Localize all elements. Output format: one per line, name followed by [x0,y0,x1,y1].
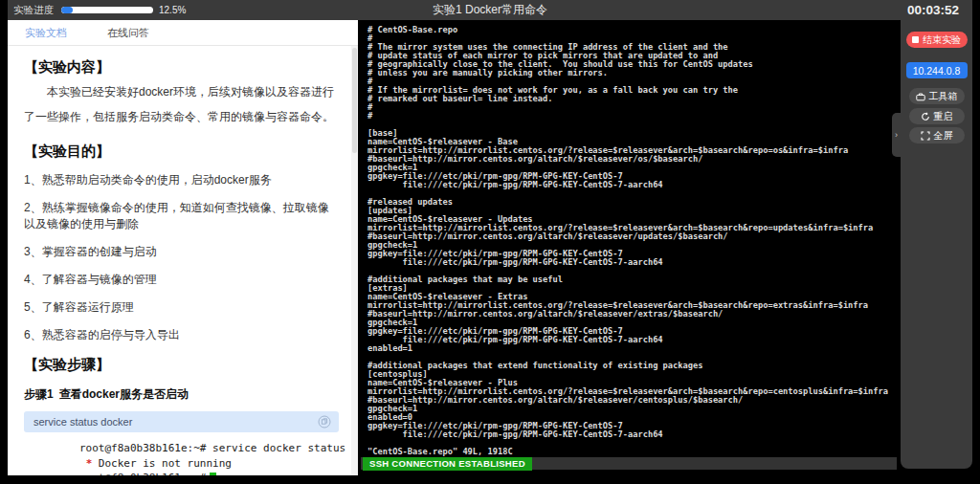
top-bar: 实验进度 12.5% 实验1 Docker常用命令 00:03:52 [8,0,972,20]
fullscreen-icon [921,131,930,141]
doc-tabbar: 实验文档 在线问答 [8,20,358,46]
doc-scrollbar[interactable] [351,46,358,475]
restart-icon [921,112,930,121]
step1-label: 步骤1 [24,387,54,401]
shot-line2: Docker is not running [92,457,232,470]
timer: 00:03:52 [907,3,972,17]
progress-percent: 12.5% [159,5,186,15]
tab-experiment-doc[interactable]: 实验文档 [25,26,67,40]
chevron-right-icon: › [895,130,898,140]
progress-label: 实验进度 [13,4,54,17]
ssh-status-badge: SSH CONNECTION ESTABLISHED [363,457,532,471]
experiment-doc-panel: 实验文档 在线问答 【实验内容】 本实验已经安装好docker环境，后续对镜像以… [8,20,358,475]
stop-icon [912,36,919,43]
progress-fill [61,7,73,13]
control-sidebar: › 结束实验 10.244.0.8 工具箱 重启 全屏 [901,20,972,469]
purpose-item: 2、熟练掌握镜像命令的使用，知道如何查找镜像、拉取镜像以及镜像的使用与删除 [24,200,339,232]
purpose-item: 6、熟悉容器的启停与导入导出 [24,327,339,343]
step1-title: 查看docker服务是否启动 [59,387,189,401]
fullscreen-label: 全屏 [934,129,953,143]
content-paragraph: 本实验已经安装好docker环境，后续对镜像以及容器进行了一些操作，包括服务启动… [24,80,339,130]
sidebar-collapse-handle[interactable]: › [892,113,901,157]
restart-label: 重启 [934,110,953,123]
code-snippet-block[interactable]: service status docker [24,411,339,432]
terminal-output: # CentOS-Base.repo # # The mirror system… [361,20,897,456]
shot-line1: root@f8a0b38b161e:~# service docker stat… [79,442,345,454]
purpose-heading: 【实验目的】 [24,143,339,161]
purpose-item: 1、熟悉帮助启动类命令的使用，启动docker服务 [24,172,339,188]
step1-heading: 步骤1查看docker服务是否启动 [24,386,339,403]
doc-scrollbar-thumb[interactable] [352,48,357,153]
purpose-item: 4、了解容器与镜像的管理 [24,272,339,288]
shot-line3: root@f8a0b38b161e:~# [79,472,206,475]
tab-online-qa[interactable]: 在线问答 [107,26,149,40]
doc-content: 【实验内容】 本实验已经安装好docker环境，后续对镜像以及容器进行了一些操作… [8,58,358,475]
toolbox-button[interactable]: 工具箱 [909,88,965,104]
ip-address-label: 10.244.0.8 [913,65,961,77]
end-experiment-label: 结束实验 [923,33,961,47]
purpose-item: 3、掌握容器的创建与启动 [24,244,339,260]
fullscreen-button[interactable]: 全屏 [909,127,965,143]
code-snippet-text: service status docker [33,416,132,428]
ssh-terminal[interactable]: # CentOS-Base.repo # # The mirror system… [361,20,897,457]
end-experiment-button[interactable]: 结束实验 [906,32,968,48]
content-heading: 【实验内容】 [24,58,339,77]
shot-cursor [210,473,216,475]
terminal-status-bar: SSH CONNECTION ESTABLISHED [361,457,897,470]
purpose-item: 5、了解容器运行原理 [24,299,339,316]
copy-icon[interactable] [318,415,331,429]
toolbox-icon [916,92,925,101]
toolbox-label: 工具箱 [929,90,958,103]
ip-address-button[interactable]: 10.244.0.8 [906,62,968,78]
restart-button[interactable]: 重启 [909,108,965,124]
doc-terminal-screenshot: root@f8a0b38b161e:~# service docker stat… [79,441,339,475]
steps-heading: 【实验步骤】 [24,356,339,374]
progress-bar [61,7,153,13]
